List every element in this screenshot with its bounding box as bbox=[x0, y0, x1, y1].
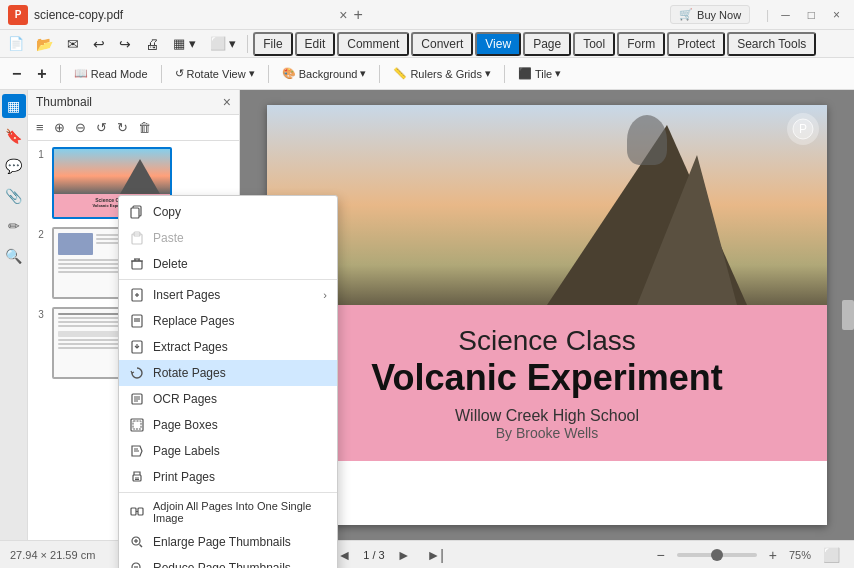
menu-item-form[interactable]: Form bbox=[617, 32, 665, 56]
page-boxes-icon bbox=[129, 417, 145, 433]
maximize-button[interactable]: □ bbox=[802, 6, 821, 24]
file-menu-icon: 📄 bbox=[4, 36, 28, 51]
email-button[interactable]: ✉ bbox=[61, 33, 85, 55]
pdf-page-watermark-icon: P bbox=[787, 113, 819, 145]
delete-icon bbox=[129, 256, 145, 272]
scroll-handle[interactable] bbox=[842, 300, 854, 330]
print-button[interactable]: 🖨 bbox=[139, 33, 165, 55]
context-menu-extract-pages[interactable]: Extract Pages bbox=[119, 334, 337, 360]
adjoin-icon bbox=[129, 504, 145, 520]
context-menu-separator-2 bbox=[119, 492, 337, 493]
main-layout: ▦ 🔖 💬 📎 ✏ 🔍 Thumbnail × ≡ ⊕ ⊖ ↺ ↻ 🗑 bbox=[0, 90, 854, 540]
attachment-icon-button[interactable]: 📎 bbox=[2, 184, 26, 208]
menu-item-page[interactable]: Page bbox=[523, 32, 571, 56]
print-pages-icon bbox=[129, 469, 145, 485]
go-to-last-page-button[interactable]: ►| bbox=[423, 545, 449, 565]
add-tab-button[interactable]: + bbox=[353, 6, 362, 24]
fit-window-button[interactable]: ⬜ bbox=[819, 545, 844, 565]
signature-icon-button[interactable]: ✏ bbox=[2, 214, 26, 238]
close-window-button[interactable]: × bbox=[827, 6, 846, 24]
page-number-display: 1 / 3 bbox=[363, 549, 384, 561]
minimize-button[interactable]: ─ bbox=[775, 6, 796, 24]
bookmark-icon-button[interactable]: 🔖 bbox=[2, 124, 26, 148]
zoom-out-button[interactable]: − bbox=[6, 62, 27, 86]
rotate-icon: ↺ bbox=[175, 67, 184, 80]
context-menu-print-pages[interactable]: Print Pages bbox=[119, 464, 337, 490]
thumbnail-toolbar: ≡ ⊕ ⊖ ↺ ↻ 🗑 bbox=[28, 115, 239, 141]
rotate-view-button[interactable]: ↺ Rotate View ▾ bbox=[169, 64, 261, 83]
copy-icon bbox=[129, 204, 145, 220]
menu-item-protect[interactable]: Protect bbox=[667, 32, 725, 56]
thumb-rotate-ccw-button[interactable]: ↻ bbox=[113, 118, 132, 137]
insert-pages-icon bbox=[129, 287, 145, 303]
book-icon: 📖 bbox=[74, 67, 88, 80]
thumb-rotate-cw-button[interactable]: ↺ bbox=[92, 118, 111, 137]
context-menu: Copy Paste Delete Insert Pages › bbox=[118, 195, 338, 568]
tile-button[interactable]: ⬛ Tile ▾ bbox=[512, 64, 567, 83]
svg-line-32 bbox=[140, 545, 143, 548]
svg-rect-4 bbox=[132, 261, 142, 269]
titlebar: P science-copy.pdf × + 🛒 Buy Now | ─ □ × bbox=[0, 0, 854, 30]
context-menu-adjoin[interactable]: Adjoin All Pages Into One Single Image bbox=[119, 495, 337, 529]
context-menu-ocr-pages[interactable]: OCR Pages bbox=[119, 386, 337, 412]
context-menu-enlarge-thumbnails[interactable]: Enlarge Page Thumbnails bbox=[119, 529, 337, 555]
redo-button[interactable]: ↪ bbox=[113, 33, 137, 55]
menu-item-tool[interactable]: Tool bbox=[573, 32, 615, 56]
thumb-menu-button[interactable]: ≡ bbox=[32, 118, 48, 137]
view-toolbar: − + 📖 Read Mode ↺ Rotate View ▾ 🎨 Backgr… bbox=[0, 58, 854, 90]
context-menu-page-labels[interactable]: Page Labels bbox=[119, 438, 337, 464]
reduce-thumbnails-icon bbox=[129, 560, 145, 568]
thumbnail-close-button[interactable]: × bbox=[223, 94, 231, 110]
menu-item-file[interactable]: File bbox=[253, 32, 292, 56]
filename-label: science-copy.pdf bbox=[34, 8, 329, 22]
pdf-content-section: Science Class Volcanic Experiment Willow… bbox=[267, 305, 827, 461]
thumb-zoom-out-button[interactable]: ⊖ bbox=[71, 118, 90, 137]
zoom-out-status-button[interactable]: − bbox=[653, 545, 669, 565]
thumb-delete-button[interactable]: 🗑 bbox=[134, 118, 155, 137]
sidebar-icons: ▦ 🔖 💬 📎 ✏ 🔍 bbox=[0, 90, 28, 540]
svg-rect-29 bbox=[138, 508, 143, 515]
page-dimensions: 27.94 × 21.59 cm bbox=[10, 549, 95, 561]
buy-now-button[interactable]: 🛒 Buy Now bbox=[670, 5, 750, 24]
extract-pages-icon bbox=[129, 339, 145, 355]
context-menu-delete[interactable]: Delete bbox=[119, 251, 337, 277]
enlarge-thumbnails-icon bbox=[129, 534, 145, 550]
menu-item-edit[interactable]: Edit bbox=[295, 32, 336, 56]
zoom-in-button[interactable]: + bbox=[31, 62, 52, 86]
read-mode-button[interactable]: 📖 Read Mode bbox=[68, 64, 154, 83]
background-button[interactable]: 🎨 Background ▾ bbox=[276, 64, 373, 83]
context-menu-rotate-pages[interactable]: Rotate Pages bbox=[119, 360, 337, 386]
zoom-slider[interactable] bbox=[677, 553, 757, 557]
comment-icon-button[interactable]: 💬 bbox=[2, 154, 26, 178]
context-menu-copy[interactable]: Copy bbox=[119, 199, 337, 225]
context-menu-separator-1 bbox=[119, 279, 337, 280]
tile-icon: ⬛ bbox=[518, 67, 532, 80]
menu-item-convert[interactable]: Convert bbox=[411, 32, 473, 56]
menu-item-search-tools[interactable]: Search Tools bbox=[727, 32, 816, 56]
pdf-school-name: Willow Creek High School bbox=[287, 407, 807, 425]
rotate-pages-icon bbox=[129, 365, 145, 381]
search-icon-button[interactable]: 🔍 bbox=[2, 244, 26, 268]
thumbnail-icon-button[interactable]: ▦ bbox=[2, 94, 26, 118]
go-to-next-page-button[interactable]: ► bbox=[393, 545, 415, 565]
svg-text:P: P bbox=[799, 122, 807, 136]
zoom-slider-thumb[interactable] bbox=[711, 549, 723, 561]
context-menu-reduce-thumbnails[interactable]: Reduce Page Thumbnails bbox=[119, 555, 337, 568]
menu-item-comment[interactable]: Comment bbox=[337, 32, 409, 56]
zoom-in-status-button[interactable]: + bbox=[765, 545, 781, 565]
paste-icon bbox=[129, 230, 145, 246]
pdf-volcano-highlight bbox=[637, 155, 737, 305]
page-button[interactable]: ⬜ ▾ bbox=[204, 33, 243, 54]
rulers-grids-button[interactable]: 📏 Rulers & Grids ▾ bbox=[387, 64, 497, 83]
context-menu-page-boxes[interactable]: Page Boxes bbox=[119, 412, 337, 438]
view-dropdown[interactable]: ▦ ▾ bbox=[167, 33, 202, 54]
close-tab-button[interactable]: × bbox=[339, 7, 347, 23]
context-menu-replace-pages[interactable]: Replace Pages bbox=[119, 308, 337, 334]
context-menu-paste: Paste bbox=[119, 225, 337, 251]
open-button[interactable]: 📂 bbox=[30, 33, 59, 55]
thumb-zoom-in-button[interactable]: ⊕ bbox=[50, 118, 69, 137]
context-menu-insert-pages[interactable]: Insert Pages › bbox=[119, 282, 337, 308]
menu-item-view[interactable]: View bbox=[475, 32, 521, 56]
undo-button[interactable]: ↩ bbox=[87, 33, 111, 55]
menubar: 📄 📂 ✉ ↩ ↪ 🖨 ▦ ▾ ⬜ ▾ FileEditCommentConve… bbox=[0, 30, 854, 58]
